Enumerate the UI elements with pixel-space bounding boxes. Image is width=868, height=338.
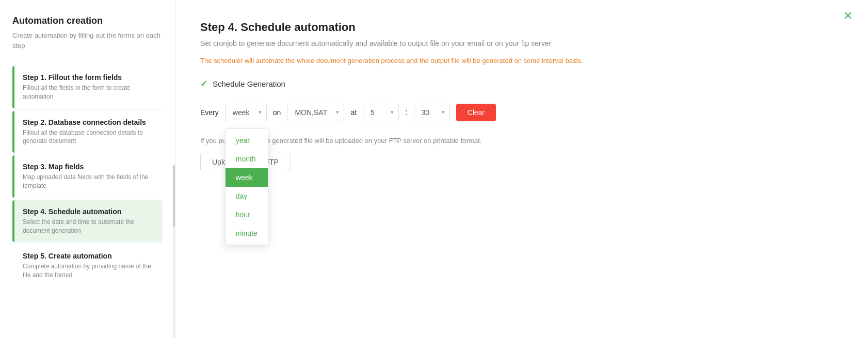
dropdown-item-hour[interactable]: hour [226,205,268,224]
dropdown-item-minute[interactable]: minute [226,224,268,243]
step-desc-3: Map uploaded data fields with the fields… [23,173,154,190]
interval-select[interactable]: week [225,104,267,121]
step-title-5: Step 5. Create automation [23,252,154,260]
at-label: at [350,108,357,117]
page-title: Step 4. Schedule automation [200,21,843,34]
step-desc-5: Complete automation by providing name of… [23,262,154,280]
step-desc-4: Select the date and time to automate the… [23,218,154,235]
step-divider-3 [12,243,163,244]
step-desc-1: Fillout all the fields in the form to cr… [23,84,154,101]
info-text: The scheduler will automate the whole do… [200,56,843,66]
sidebar-step-5[interactable]: Step 5. Create automation Complete autom… [12,245,163,287]
scrollbar-track [173,165,175,338]
step-title-4: Step 4. Schedule automation [23,207,154,216]
step-desc-2: Fillout all the database connection deta… [23,128,154,146]
dropdown-item-month[interactable]: month [226,150,268,168]
sidebar-scrollbar [173,0,175,338]
close-button[interactable]: ✕ [843,10,853,22]
main-content: ✕ Step 4. Schedule automation Set cronjo… [175,0,868,338]
step-divider-0 [12,109,163,110]
day-select-wrapper: MON,SAT ▾ [287,104,344,121]
page-subtitle: Set cronjob to generate document automat… [200,39,843,47]
sidebar-title: Automation creation [12,15,163,26]
sidebar-step-2[interactable]: Step 2. Database connection details Fill… [12,111,163,153]
scrollbar-thumb[interactable] [173,165,175,227]
step-title-3: Step 3. Map fields [23,163,154,171]
every-label: Every [200,108,219,117]
dropdown-item-day[interactable]: day [226,187,268,205]
hour-select[interactable]: 5 [363,104,399,121]
sidebar-step-4[interactable]: Step 4. Schedule automation Select the d… [12,200,163,243]
sidebar-subtitle: Create automation by filling out the for… [12,30,163,51]
time-colon: : [405,108,407,117]
day-select[interactable]: MON,SAT [287,104,344,121]
dropdown-item-year[interactable]: year [226,131,268,150]
schedule-generation-label: Schedule Generation [213,79,285,88]
step-divider-2 [12,199,163,199]
sidebar: Automation creation Create automation by… [0,0,175,338]
schedule-controls-row: Every week ▾ year month week day hour mi… [200,104,843,121]
interval-select-wrapper: week ▾ year month week day hour minute [225,104,267,121]
dropdown-item-week[interactable]: week [226,168,268,187]
ftp-buttons-row: Upload FTP [200,153,843,171]
clear-button[interactable]: Clear [456,104,496,121]
step-title-2: Step 2. Database connection details [23,118,154,126]
ftp-info-text: If you put FTP data, the generated file … [200,137,843,144]
minute-select[interactable]: 30 [414,104,450,121]
step-divider-1 [12,154,163,154]
sidebar-step-3[interactable]: Step 3. Map fields Map uploaded data fie… [12,155,163,198]
hour-select-wrapper: 5 ▾ [363,104,399,121]
step-title-1: Step 1. Fillout the form fields [23,73,154,82]
minute-select-wrapper: 30 ▾ [414,104,450,121]
on-label: on [273,108,281,117]
interval-dropdown: year month week day hour minute [225,128,268,245]
sidebar-step-1[interactable]: Step 1. Fillout the form fields Fillout … [12,66,163,108]
check-icon: ✓ [200,78,207,89]
schedule-checkbox-row: ✓ Schedule Generation [200,78,843,89]
